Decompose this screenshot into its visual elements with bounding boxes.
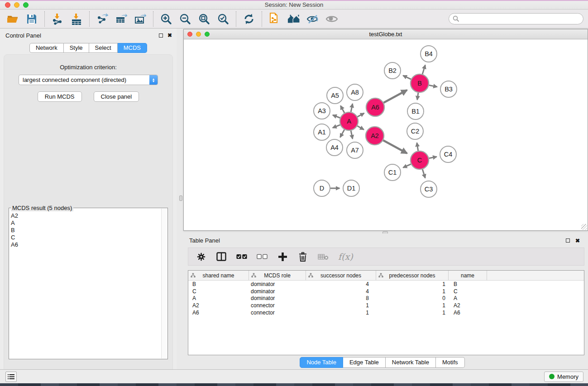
graph-edge-A-A7[interactable] — [351, 131, 353, 139]
graph-node-B2[interactable]: B2 — [384, 62, 401, 79]
close-panel-icon[interactable]: ✖ — [167, 33, 172, 38]
tab-motifs[interactable]: Motifs — [436, 357, 465, 368]
zoom-selected-icon[interactable] — [217, 13, 229, 25]
graph-edge-B-B4[interactable] — [422, 65, 425, 74]
graph-node-C2[interactable]: C2 — [407, 123, 423, 139]
import-table-icon[interactable] — [70, 13, 83, 25]
graph-node-B4[interactable]: B4 — [421, 46, 437, 62]
graph-node-A4[interactable]: A4 — [326, 139, 343, 156]
graph-edge-B-B1[interactable] — [417, 93, 418, 100]
close-table-panel-icon[interactable]: ✖ — [575, 238, 580, 243]
zoom-out-icon[interactable] — [179, 13, 191, 25]
float-panel-icon[interactable] — [159, 33, 163, 38]
window-resize-grip[interactable] — [581, 224, 587, 230]
vertical-splitter-grip[interactable] — [179, 195, 182, 201]
graph-edge-A2-C[interactable] — [383, 140, 407, 153]
graph-edge-A-A3[interactable] — [333, 115, 340, 118]
column-layout-icon[interactable] — [216, 251, 227, 262]
mcds-result-item[interactable]: A — [11, 219, 160, 227]
graph-edge-A6-B[interactable] — [383, 90, 407, 103]
show-panel-icon[interactable] — [325, 13, 338, 25]
select-all-columns-icon[interactable] — [236, 251, 247, 262]
table-row[interactable]: Bdominator41B — [188, 281, 584, 288]
mcds-result-item[interactable]: C — [11, 234, 160, 241]
export-table-icon[interactable] — [115, 13, 128, 25]
tab-mcds[interactable]: MCDS — [118, 43, 147, 53]
tab-select[interactable]: Select — [89, 43, 118, 53]
column-header-shared-name[interactable]: shared name — [188, 271, 249, 280]
float-table-panel-icon[interactable] — [566, 238, 570, 243]
graph-edge-A-A4[interactable] — [340, 129, 344, 137]
delete-table-icon[interactable] — [318, 251, 329, 262]
refresh-layout-icon[interactable] — [243, 13, 255, 25]
network-window-titlebar[interactable]: testGlobe.txt — [184, 29, 588, 39]
run-mcds-button[interactable]: Run MCDS — [38, 91, 82, 102]
graph-node-C1[interactable]: C1 — [384, 164, 401, 181]
search-input[interactable] — [459, 15, 579, 22]
tab-style[interactable]: Style — [64, 43, 89, 53]
mcds-result-item[interactable]: B — [11, 227, 160, 234]
graph-node-A5[interactable]: A5 — [327, 87, 343, 104]
graph-node-A2[interactable]: A2 — [366, 127, 384, 145]
graph-edge-C-C2[interactable] — [417, 143, 418, 151]
column-header-predecessor-nodes[interactable]: predecessor nodes — [376, 271, 449, 280]
zoom-fit-icon[interactable] — [198, 13, 210, 25]
table-row[interactable]: A2connector11A2 — [188, 302, 584, 309]
graph-edge-A-A5[interactable] — [340, 106, 344, 113]
home-icon[interactable] — [287, 13, 300, 25]
tab-edge-table[interactable]: Edge Table — [343, 357, 386, 368]
import-network-icon[interactable] — [51, 13, 64, 25]
graph-edge-A-A8[interactable] — [351, 104, 353, 112]
graph-node-A7[interactable]: A7 — [347, 142, 363, 158]
graph-node-C[interactable]: C — [411, 151, 429, 169]
delete-column-icon[interactable] — [297, 251, 308, 262]
graph-edge-A-A2[interactable] — [357, 126, 363, 129]
graph-node-C4[interactable]: C4 — [440, 146, 456, 162]
mcds-result-item[interactable]: A6 — [11, 241, 160, 248]
hide-panel-icon[interactable] — [306, 13, 319, 25]
table-row[interactable]: Adominator80A — [188, 295, 584, 302]
export-image-icon[interactable] — [134, 13, 147, 25]
graph-node-A[interactable]: A — [340, 112, 358, 130]
close-panel-button[interactable]: Close panel — [94, 91, 139, 102]
column-header-mcds-role[interactable]: MCDS role — [249, 271, 306, 280]
mcds-list-scrollbar[interactable] — [161, 209, 167, 358]
add-column-icon[interactable] — [277, 251, 288, 262]
tab-network-table[interactable]: Network Table — [386, 357, 436, 368]
function-builder-icon[interactable]: f(x) — [338, 252, 353, 262]
network-canvas[interactable]: B4B2BB3A5A8A6A3AB1A1C2A4A7A2CC4C1C3DD1 — [184, 39, 588, 230]
table-row[interactable]: Cdominator41C — [188, 288, 584, 295]
column-header-name[interactable]: name — [449, 271, 487, 280]
tab-network[interactable]: Network — [29, 43, 64, 53]
network-file-icon[interactable] — [268, 13, 281, 25]
column-header-successor-nodes[interactable]: successor nodes — [306, 271, 376, 280]
graph-node-A6[interactable]: A6 — [366, 98, 384, 116]
graph-edge-B-B2[interactable] — [403, 76, 411, 79]
tab-node-table[interactable]: Node Table — [300, 357, 343, 368]
open-session-icon[interactable] — [6, 13, 19, 25]
graph-edge-C-C4[interactable] — [429, 157, 437, 158]
export-network-icon[interactable] — [96, 13, 109, 25]
save-session-icon[interactable] — [25, 13, 38, 25]
deselect-all-columns-icon[interactable] — [257, 251, 268, 262]
criterion-dropdown[interactable]: largest connected component (directed) ▲… — [19, 75, 158, 85]
graph-node-B[interactable]: B — [411, 74, 429, 92]
graph-edge-C-C1[interactable] — [403, 164, 411, 168]
graph-node-B3[interactable]: B3 — [440, 81, 457, 97]
graph-node-C3[interactable]: C3 — [421, 181, 437, 197]
graph-node-D[interactable]: D — [314, 180, 330, 196]
task-history-button[interactable] — [5, 372, 17, 382]
graph-node-D1[interactable]: D1 — [343, 180, 359, 196]
graph-node-A3[interactable]: A3 — [314, 103, 330, 119]
graph-node-A8[interactable]: A8 — [347, 84, 363, 100]
graph-edge-B-B3[interactable] — [429, 85, 437, 87]
graph-node-A1[interactable]: A1 — [314, 124, 330, 140]
zoom-in-icon[interactable] — [160, 13, 172, 25]
graph-edge-A-A6[interactable] — [358, 113, 364, 117]
memory-button[interactable]: Memory — [544, 372, 583, 382]
graph-node-B1[interactable]: B1 — [407, 103, 424, 119]
graph-edge-C-C3[interactable] — [422, 169, 425, 178]
mcds-result-item[interactable]: A2 — [11, 212, 160, 219]
table-settings-icon[interactable] — [196, 251, 206, 262]
graph-edge-A-A1[interactable] — [333, 125, 340, 128]
